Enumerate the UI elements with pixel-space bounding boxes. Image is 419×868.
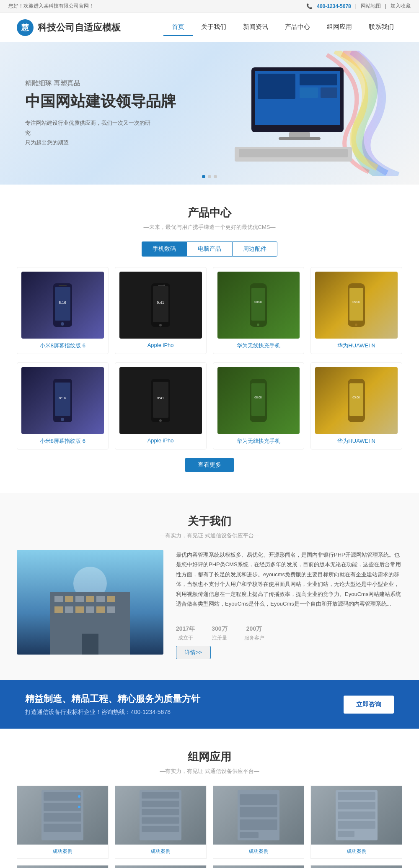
nav-about[interactable]: 关于我们 — [193, 19, 235, 36]
network-card-5[interactable]: 成功案例 — [17, 865, 109, 868]
product-card-6[interactable]: 9:41 Apple iPho — [115, 362, 207, 449]
stat-clients: 200万 服务客户 — [244, 617, 264, 642]
product-name-5: 小米8屏幕指纹版 6 — [21, 437, 104, 445]
svg-rect-46 — [54, 596, 63, 602]
nav-news[interactable]: 新闻资讯 — [235, 19, 277, 36]
nav-contact[interactable]: 联系我们 — [360, 19, 402, 36]
svg-rect-68 — [142, 801, 179, 807]
nav-home[interactable]: 首页 — [163, 19, 193, 36]
cta-left: 精益制造、精品工程、精心服务为质量方针 打造通信设备行业标杆企业！咨询热线：40… — [25, 693, 200, 716]
svg-rect-61 — [44, 803, 81, 811]
network-card-6[interactable]: 成功案例 — [115, 865, 207, 868]
product-img-5: 8:16 — [21, 367, 104, 434]
banner-content: 精雕细琢 再塑真品 中国网站建设领导品牌 专注网站建设行业优质供应商，我们一次又… — [0, 79, 201, 147]
cta-title: 精益制造、精品工程、精心服务为质量方针 — [25, 693, 200, 705]
product-img-8: 05:06 — [315, 367, 398, 434]
nav-products[interactable]: 产品中心 — [277, 19, 318, 36]
product-img-6: 9:41 — [119, 367, 202, 434]
svg-text:05:06: 05:06 — [352, 396, 360, 399]
product-card-7[interactable]: 08:08 华为无线快充手机 — [213, 362, 305, 449]
svg-rect-82 — [338, 831, 354, 837]
svg-point-64 — [78, 795, 80, 798]
network-label-3: 成功案例 — [248, 848, 269, 854]
svg-point-12 — [61, 322, 64, 326]
header: 慧 科技公司自适应模板 首页 关于我们 新闻资讯 产品中心 组网应用 联系我们 — [0, 13, 419, 42]
svg-rect-4 — [300, 87, 318, 98]
product-card-1[interactable]: 8:16 小米8屏幕指纹版 6 — [17, 267, 109, 354]
svg-rect-56 — [96, 606, 105, 613]
product-card-3[interactable]: 08:08 华为无线快充手机 — [213, 267, 305, 354]
product-name-4: 华为HUAWEI N — [315, 342, 398, 349]
site-map-link[interactable]: 网站地图 — [361, 3, 381, 10]
svg-rect-13 — [59, 285, 67, 286]
svg-rect-74 — [240, 807, 277, 817]
product-tabs: 手机数码 电脑产品 周边配件 — [17, 241, 402, 257]
cta-consult-btn[interactable]: 立即咨询 — [344, 696, 394, 714]
top-bar-right: 📞 400-1234-5678 | 网站地图 | 加入收藏 — [306, 3, 411, 10]
banner-subtitle: 精雕细琢 再塑真品 — [25, 79, 176, 88]
tab-accessories[interactable]: 周边配件 — [232, 241, 277, 257]
product-name-2: Apple iPho — [119, 342, 202, 348]
about-detail-btn[interactable]: 详情>> — [176, 646, 211, 659]
product-img-4: 05:06 — [315, 272, 398, 339]
network-img-7 — [213, 865, 304, 868]
logo: 慧 科技公司自适应模板 — [17, 19, 121, 36]
about-image — [17, 550, 163, 655]
cta-subtitle: 打造通信设备行业标杆企业！咨询热线：400-1234-5678 — [25, 709, 200, 716]
greeting-text: 您好！欢迎进入某科技有限公司官网！ — [8, 3, 94, 10]
network-label-1: 成功案例 — [52, 848, 72, 854]
stat-founded: 2017年 成立于 — [176, 617, 195, 642]
product-img-1: 8:16 — [21, 272, 104, 339]
separator: | — [355, 3, 357, 9]
svg-rect-76 — [240, 832, 259, 838]
svg-rect-49 — [86, 596, 94, 602]
banner-dot-2[interactable] — [208, 175, 211, 178]
network-card-8[interactable]: 成功案例 — [310, 865, 402, 868]
product-img-2: 9:41 — [119, 272, 202, 339]
product-card-4[interactable]: 05:06 华为HUAWEI N — [310, 267, 402, 354]
network-img-1 — [17, 786, 108, 845]
svg-rect-57 — [107, 606, 115, 613]
products-more-btn[interactable]: 查看更多 — [185, 458, 234, 472]
svg-text:08:08: 08:08 — [255, 300, 262, 303]
network-card-3[interactable]: 成功案例 — [213, 786, 305, 859]
network-subtitle: —有实力，有见证 式通信设备供应平台— — [17, 768, 402, 775]
product-name-7: 华为无线快充手机 — [217, 437, 300, 445]
product-img-3: 08:08 — [217, 272, 300, 339]
svg-rect-55 — [86, 606, 94, 613]
network-card-7[interactable]: 成功案例 — [213, 865, 305, 868]
network-label-2: 成功案例 — [150, 848, 171, 854]
network-card-2[interactable]: 成功案例 — [115, 786, 207, 859]
tab-computer[interactable]: 电脑产品 — [187, 241, 232, 257]
network-card-4[interactable]: 成功案例 — [310, 786, 402, 859]
logo-text: 科技公司自适应模板 — [38, 21, 121, 34]
svg-text:8:16: 8:16 — [59, 300, 66, 305]
svg-rect-67 — [142, 792, 179, 799]
products-subtitle: —未来，最优与用户携手缔造一个更好的最优优CMS— — [17, 223, 402, 231]
tab-mobile[interactable]: 手机数码 — [142, 241, 187, 257]
svg-rect-38 — [251, 383, 265, 416]
product-grid-row1: 8:16 小米8屏幕指纹版 6 9:41 Apple iPho — [17, 267, 402, 354]
banner-dot-1[interactable] — [202, 175, 205, 178]
svg-text:9:41: 9:41 — [157, 396, 164, 400]
product-img-7: 08:08 — [217, 367, 300, 434]
main-nav: 首页 关于我们 新闻资讯 产品中心 组网应用 联系我们 — [163, 19, 402, 36]
product-card-2[interactable]: 9:41 Apple iPho — [115, 267, 207, 354]
stat-registered: 300万 注册量 — [212, 617, 227, 642]
svg-text:9:41: 9:41 — [157, 300, 164, 305]
banner-title: 中国网站建设领导品牌 — [25, 91, 176, 112]
product-card-8[interactable]: 05:06 华为HUAWEI N — [310, 362, 402, 449]
product-card-5[interactable]: 8:16 小米8屏幕指纹版 6 — [17, 362, 109, 449]
product-name-1: 小米8屏幕指纹版 6 — [21, 342, 104, 349]
nav-network[interactable]: 组网应用 — [318, 19, 360, 36]
products-section: 产品中心 —未来，最优与用户携手缔造一个更好的最优优CMS— 手机数码 电脑产品… — [0, 185, 419, 493]
network-grid-row1: 成功案例 成功案例 — [17, 786, 402, 859]
banner-dot-3[interactable] — [214, 175, 217, 178]
favorites-link[interactable]: 加入收藏 — [391, 3, 411, 10]
network-card-1[interactable]: 成功案例 — [17, 786, 109, 859]
svg-rect-52 — [54, 606, 63, 613]
svg-rect-18 — [158, 285, 163, 286]
product-name-3: 华为无线快充手机 — [217, 342, 300, 349]
svg-rect-26 — [349, 288, 363, 321]
svg-text:08:08: 08:08 — [255, 396, 262, 399]
